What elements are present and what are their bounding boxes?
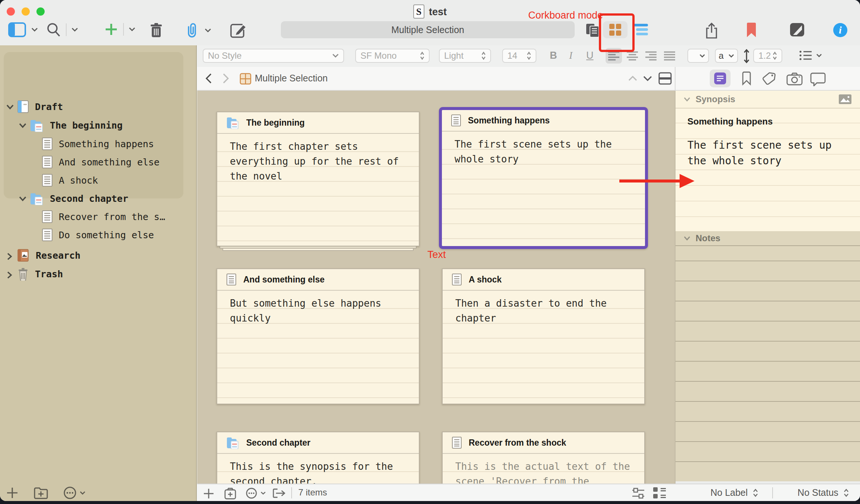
- highlight-dropdown[interactable]: a: [715, 49, 738, 63]
- sidebar-item-second-chapter[interactable]: Second chapter: [30, 191, 128, 206]
- next-document-button[interactable]: [643, 75, 652, 82]
- font-size-field[interactable]: 14: [502, 49, 536, 63]
- align-right-button[interactable]: [643, 48, 659, 64]
- card-synopsis: Then a disaster to end the chapter: [443, 291, 644, 404]
- chevron-down-icon[interactable]: [6, 104, 14, 110]
- sidebar-item-and-something-else[interactable]: And something else: [42, 155, 160, 169]
- chevron-down-icon: [260, 491, 266, 495]
- index-card-and-something-else[interactable]: And something else But something else ha…: [216, 268, 420, 404]
- add-folder-button[interactable]: [224, 487, 237, 500]
- align-center-icon: [627, 51, 638, 61]
- index-card-something-happens[interactable]: Something happens The first scene sets u…: [439, 107, 648, 249]
- card-synopsis: This is the actual text of the scene 'Re…: [443, 454, 644, 484]
- corkboard-mini-icon: [240, 73, 251, 85]
- card-title: The beginning: [246, 118, 305, 128]
- document-icon: [452, 436, 462, 449]
- card-header: Second chapter: [217, 432, 419, 454]
- synopsis-section-header[interactable]: Synopsis: [676, 91, 860, 109]
- tab-comments[interactable]: [810, 72, 826, 86]
- align-justify-button[interactable]: [661, 48, 678, 64]
- document-icon: [42, 228, 53, 242]
- svg-text:i: i: [839, 24, 842, 36]
- chevron-down-icon: [332, 54, 339, 58]
- chevron-down-icon[interactable]: [19, 196, 27, 202]
- sidebar-item-something-happens[interactable]: Something happens: [42, 137, 154, 151]
- tab-notes[interactable]: [710, 70, 731, 87]
- freeform-toggle-button[interactable]: [632, 487, 645, 499]
- inspector-tabs: [675, 67, 860, 91]
- view-outline-button[interactable]: [632, 22, 649, 37]
- index-card-recover-from-the-shock[interactable]: Recover from the shock This is the actua…: [442, 432, 645, 484]
- font-variant-select[interactable]: Light: [439, 49, 491, 63]
- add-card-button[interactable]: [203, 488, 214, 499]
- inspector-info-button[interactable]: i: [832, 22, 848, 38]
- synopsis-image-toggle-icon[interactable]: [838, 94, 852, 104]
- card-options-button[interactable]: [246, 487, 266, 499]
- corkboard[interactable]: The beginning The first chapter sets eve…: [197, 91, 675, 484]
- stepper-icon[interactable]: [844, 488, 849, 498]
- paperclip-icon: [184, 22, 199, 39]
- add-document-button[interactable]: [6, 487, 19, 499]
- sidebar-item-trash[interactable]: Trash: [17, 267, 63, 281]
- trash-button[interactable]: [149, 22, 164, 38]
- chevron-right-icon[interactable]: [7, 252, 13, 261]
- chevron-down-icon[interactable]: [19, 123, 27, 129]
- text-color-dropdown[interactable]: [687, 49, 709, 63]
- tab-bookmarks[interactable]: [742, 71, 751, 85]
- search-button[interactable]: [46, 22, 78, 37]
- bookmarks-button[interactable]: [746, 22, 757, 38]
- synopsis-title: Something happens: [687, 114, 848, 129]
- synopsis-body[interactable]: Something happens The first scene sets u…: [676, 109, 860, 231]
- sidebar-item-recover-from-the-shock[interactable]: Recover from the s…: [42, 210, 165, 224]
- bold-button[interactable]: B: [550, 50, 557, 61]
- toggle-binder-button[interactable]: [8, 22, 38, 37]
- index-card-a-shock[interactable]: A shock Then a disaster to end the chapt…: [442, 268, 645, 404]
- stepper-icon[interactable]: [753, 488, 758, 498]
- notes-section-header[interactable]: Notes: [676, 231, 860, 246]
- share-button[interactable]: [705, 22, 719, 39]
- view-document-button[interactable]: [585, 22, 600, 38]
- export-button[interactable]: [272, 488, 286, 499]
- style-dropdown[interactable]: No Style: [203, 49, 344, 63]
- sidebar-item-research[interactable]: Research: [17, 248, 80, 262]
- quick-note-button[interactable]: [230, 22, 246, 38]
- sidebar-item-the-beginning[interactable]: The beginning: [30, 118, 123, 132]
- attach-button[interactable]: [184, 22, 211, 39]
- index-card-the-beginning[interactable]: The beginning The first chapter sets eve…: [216, 112, 420, 246]
- binder-more-options-button[interactable]: [63, 486, 86, 500]
- add-folder-button[interactable]: [33, 486, 48, 500]
- document-icon: [42, 210, 53, 223]
- document-icon: [452, 273, 462, 286]
- sidebar-item-a-shock[interactable]: A shock: [42, 173, 98, 187]
- split-editor-button[interactable]: [658, 72, 672, 85]
- underline-button[interactable]: U: [586, 50, 594, 61]
- grid-arrangement-button[interactable]: [652, 487, 667, 500]
- list-format-button[interactable]: [799, 50, 822, 61]
- chevron-right-icon[interactable]: [7, 271, 13, 279]
- status-selector[interactable]: No Status: [798, 487, 838, 498]
- folder-icon: [226, 116, 240, 129]
- sidebar-item-draft[interactable]: Draft: [17, 100, 63, 114]
- font-family-select[interactable]: SF Mono: [355, 49, 430, 63]
- card-synopsis: This is the synopsis for the second chap…: [217, 454, 419, 484]
- label-selector[interactable]: No Label: [710, 487, 748, 498]
- card-title: A shock: [469, 275, 502, 285]
- card-header: A shock: [443, 269, 644, 291]
- share-icon: [705, 22, 719, 39]
- items-count: 7 items: [298, 487, 327, 498]
- compose-mode-button[interactable]: [789, 22, 805, 37]
- back-button[interactable]: [205, 73, 212, 84]
- add-item-button[interactable]: [104, 22, 135, 36]
- document-view-icon: [585, 22, 600, 38]
- tab-snapshots[interactable]: [786, 72, 803, 85]
- previous-document-button[interactable]: [628, 75, 638, 82]
- document-icon: [42, 174, 53, 187]
- italic-button[interactable]: I: [569, 50, 572, 61]
- index-card-second-chapter[interactable]: Second chapter This is the synopsis for …: [216, 432, 420, 484]
- ellipsis-circle-icon: [63, 486, 77, 500]
- sidebar-item-do-something-else[interactable]: Do something else: [42, 228, 154, 242]
- line-spacing-field[interactable]: 1.2: [753, 49, 782, 63]
- tab-metadata[interactable]: [762, 71, 777, 86]
- forward-button[interactable]: [222, 73, 230, 84]
- notes-body[interactable]: [676, 246, 860, 481]
